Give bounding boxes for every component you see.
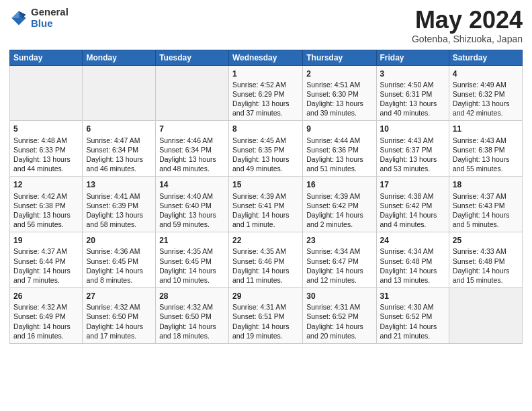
cell-text: Sunrise: 4:52 AM <box>232 80 299 89</box>
cell-text: Daylight: 13 hours and 51 minutes. <box>306 154 372 173</box>
day-number: 31 <box>380 291 445 302</box>
logo-icon <box>9 9 28 28</box>
calendar-cell: 7Sunrise: 4:46 AMSunset: 6:34 PMDaylight… <box>156 121 229 177</box>
cell-text: Daylight: 13 hours and 55 minutes. <box>453 154 519 173</box>
header-row: SundayMondayTuesdayWednesdayThursdayFrid… <box>10 50 523 65</box>
week-row-1: 1Sunrise: 4:52 AMSunset: 6:29 PMDaylight… <box>10 65 523 121</box>
subtitle: Gotenba, Shizuoka, Japan <box>412 34 523 44</box>
cell-text: Sunset: 6:32 PM <box>453 89 519 99</box>
cell-text: Daylight: 14 hours and 1 minute. <box>232 210 299 229</box>
day-number: 21 <box>159 235 225 246</box>
cell-text: Daylight: 13 hours and 40 minutes. <box>380 99 445 118</box>
cell-text: Sunrise: 4:51 AM <box>306 80 372 89</box>
week-row-3: 12Sunrise: 4:42 AMSunset: 6:38 PMDayligh… <box>10 177 523 232</box>
cell-text: Sunrise: 4:33 AM <box>453 246 519 256</box>
day-number: 6 <box>86 124 152 134</box>
day-number: 24 <box>380 235 445 246</box>
cell-text: Sunset: 6:42 PM <box>306 201 372 210</box>
cell-text: Sunset: 6:48 PM <box>453 257 519 266</box>
cell-text: Sunset: 6:41 PM <box>232 201 299 210</box>
cell-text: Sunset: 6:52 PM <box>306 312 372 321</box>
cell-text: Sunrise: 4:44 AM <box>306 136 372 145</box>
calendar-cell: 27Sunrise: 4:32 AMSunset: 6:50 PMDayligh… <box>83 288 156 344</box>
cell-text: Sunrise: 4:38 AM <box>380 191 445 201</box>
cell-text: Sunset: 6:48 PM <box>380 257 445 266</box>
cell-text: Sunset: 6:44 PM <box>13 257 79 266</box>
cell-text: Sunset: 6:34 PM <box>86 145 152 154</box>
day-number: 1 <box>232 68 299 79</box>
cell-text: Sunrise: 4:39 AM <box>306 191 372 201</box>
day-number: 23 <box>306 235 372 246</box>
calendar-cell: 12Sunrise: 4:42 AMSunset: 6:38 PMDayligh… <box>10 177 83 232</box>
header-cell-thursday: Thursday <box>303 50 376 65</box>
cell-text: Daylight: 14 hours and 7 minutes. <box>13 266 79 285</box>
cell-text: Sunset: 6:50 PM <box>159 312 225 321</box>
cell-text: Daylight: 13 hours and 39 minutes. <box>306 99 372 118</box>
cell-text: Sunset: 6:37 PM <box>380 145 445 154</box>
cell-text: Sunset: 6:43 PM <box>453 201 519 210</box>
cell-text: Daylight: 14 hours and 2 minutes. <box>306 210 372 229</box>
day-number: 27 <box>86 291 152 302</box>
day-number: 26 <box>13 291 79 302</box>
calendar-cell: 3Sunrise: 4:50 AMSunset: 6:31 PMDaylight… <box>376 65 449 121</box>
logo-blue: Blue <box>31 18 69 30</box>
calendar-cell <box>83 65 156 121</box>
day-number: 4 <box>453 68 519 79</box>
logo-general: General <box>31 7 69 18</box>
cell-text: Sunrise: 4:46 AM <box>159 136 225 145</box>
calendar-cell: 17Sunrise: 4:38 AMSunset: 6:42 PMDayligh… <box>376 177 449 232</box>
cell-text: Sunset: 6:51 PM <box>232 312 299 321</box>
cell-text: Sunrise: 4:34 AM <box>306 246 372 256</box>
day-number: 8 <box>232 124 299 134</box>
calendar-cell: 9Sunrise: 4:44 AMSunset: 6:36 PMDaylight… <box>303 121 376 177</box>
calendar-cell: 20Sunrise: 4:36 AMSunset: 6:45 PMDayligh… <box>83 232 156 288</box>
calendar-cell: 8Sunrise: 4:45 AMSunset: 6:35 PMDaylight… <box>228 121 302 177</box>
cell-text: Daylight: 14 hours and 15 minutes. <box>453 266 519 285</box>
cell-text: Daylight: 13 hours and 59 minutes. <box>159 210 225 229</box>
logo: General Blue <box>9 7 69 29</box>
cell-text: Daylight: 14 hours and 8 minutes. <box>86 266 152 285</box>
header-cell-friday: Friday <box>376 50 449 65</box>
calendar-cell: 23Sunrise: 4:34 AMSunset: 6:47 PMDayligh… <box>303 232 376 288</box>
cell-text: Sunset: 6:45 PM <box>86 257 152 266</box>
cell-text: Daylight: 13 hours and 46 minutes. <box>86 154 152 173</box>
cell-text: Sunrise: 4:43 AM <box>380 136 445 145</box>
cell-text: Sunset: 6:40 PM <box>159 201 225 210</box>
cell-text: Sunrise: 4:41 AM <box>86 191 152 201</box>
cell-text: Daylight: 13 hours and 53 minutes. <box>380 154 445 173</box>
cell-text: Sunset: 6:30 PM <box>306 89 372 99</box>
cell-text: Sunrise: 4:45 AM <box>232 136 299 145</box>
cell-text: Sunset: 6:47 PM <box>306 257 372 266</box>
calendar-cell: 16Sunrise: 4:39 AMSunset: 6:42 PMDayligh… <box>303 177 376 232</box>
cell-text: Sunrise: 4:31 AM <box>306 302 372 312</box>
page: General Blue May 2024 Gotenba, Shizuoka,… <box>0 0 532 411</box>
calendar-cell: 31Sunrise: 4:30 AMSunset: 6:52 PMDayligh… <box>376 288 449 344</box>
cell-text: Sunrise: 4:30 AM <box>380 302 445 312</box>
calendar-cell <box>10 65 83 121</box>
header-cell-sunday: Sunday <box>10 50 83 65</box>
cell-text: Sunset: 6:33 PM <box>13 145 79 154</box>
cell-text: Sunrise: 4:43 AM <box>453 136 519 145</box>
cell-text: Sunset: 6:45 PM <box>159 257 225 266</box>
cell-text: Daylight: 13 hours and 44 minutes. <box>13 154 79 173</box>
cell-text: Sunset: 6:38 PM <box>13 201 79 210</box>
cell-text: Sunrise: 4:32 AM <box>13 302 79 312</box>
header-cell-monday: Monday <box>83 50 156 65</box>
calendar-cell: 22Sunrise: 4:35 AMSunset: 6:46 PMDayligh… <box>228 232 302 288</box>
day-number: 9 <box>306 124 372 134</box>
day-number: 14 <box>159 179 225 190</box>
cell-text: Sunrise: 4:34 AM <box>380 246 445 256</box>
cell-text: Daylight: 14 hours and 12 minutes. <box>306 266 372 285</box>
day-number: 5 <box>13 124 79 134</box>
cell-text: Sunset: 6:50 PM <box>86 312 152 321</box>
calendar-cell: 30Sunrise: 4:31 AMSunset: 6:52 PMDayligh… <box>303 288 376 344</box>
calendar-cell: 11Sunrise: 4:43 AMSunset: 6:38 PMDayligh… <box>449 121 522 177</box>
cell-text: Sunset: 6:52 PM <box>380 312 445 321</box>
cell-text: Sunset: 6:31 PM <box>380 89 445 99</box>
day-number: 11 <box>453 124 519 134</box>
cell-text: Daylight: 13 hours and 42 minutes. <box>453 99 519 118</box>
cell-text: Sunset: 6:36 PM <box>306 145 372 154</box>
cell-text: Sunset: 6:42 PM <box>380 201 445 210</box>
cell-text: Sunrise: 4:31 AM <box>232 302 299 312</box>
cell-text: Daylight: 13 hours and 49 minutes. <box>232 154 299 173</box>
